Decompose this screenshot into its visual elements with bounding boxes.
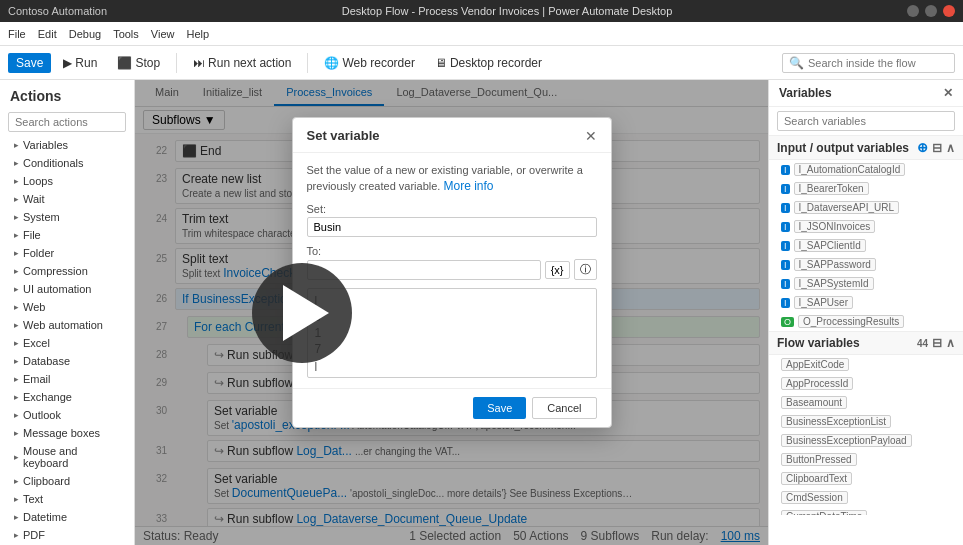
action-item-datetime[interactable]: ▸ Datetime — [0, 508, 134, 526]
expand-icon: ▸ — [14, 230, 19, 240]
var-option[interactable]: 7 — [312, 341, 592, 357]
var-item-app-process-id[interactable]: AppProcessId — [769, 374, 963, 393]
var-item-button-pressed[interactable]: ButtonPressed — [769, 450, 963, 469]
minimize-button[interactable] — [907, 5, 919, 17]
action-item-clipboard[interactable]: ▸ Clipboard — [0, 472, 134, 490]
play-icon — [283, 285, 329, 341]
menu-edit[interactable]: Edit — [38, 28, 57, 40]
more-info-link[interactable]: More info — [443, 179, 493, 193]
window-controls — [907, 5, 955, 17]
expand-icon: ▸ — [14, 140, 19, 150]
var-option[interactable]: l — [312, 359, 592, 375]
var-item-automation-catalog[interactable]: II_AutomationCatalogId — [769, 160, 963, 179]
dialog-cancel-button[interactable]: Cancel — [532, 397, 596, 419]
io-filter-icon[interactable]: ⊟ — [932, 141, 942, 155]
expand-icon: ▸ — [14, 248, 19, 258]
action-item-exchange[interactable]: ▸ Exchange — [0, 388, 134, 406]
dialog-header: Set variable ✕ — [293, 118, 611, 153]
var-item-cmd-session[interactable]: CmdSession — [769, 488, 963, 507]
var-option[interactable]: l — [312, 293, 592, 309]
web-recorder-button[interactable]: 🌐 Web recorder — [316, 53, 422, 73]
flow-collapse-icon[interactable]: ∧ — [946, 336, 955, 350]
var-item-app-exit-code[interactable]: AppExitCode — [769, 355, 963, 374]
var-item-current-datetime[interactable]: CurrentDateTime — [769, 507, 963, 515]
action-item-excel[interactable]: ▸ Excel — [0, 334, 134, 352]
action-item-email[interactable]: ▸ Email — [0, 370, 134, 388]
set-variable-input[interactable] — [307, 217, 597, 237]
to-variable-info[interactable]: ⓘ — [574, 259, 597, 280]
toolbar: Save ▶ Run ⬛ Stop ⏭ Run next action 🌐 We… — [0, 46, 963, 80]
action-item-database[interactable]: ▸ Database — [0, 352, 134, 370]
menu-tools[interactable]: Tools — [113, 28, 139, 40]
desktop-recorder-button[interactable]: 🖥 Desktop recorder — [427, 53, 550, 73]
var-option[interactable]: pm — [312, 375, 592, 378]
stop-button[interactable]: ⬛ Stop — [109, 53, 168, 73]
run-next-icon: ⏭ — [193, 56, 205, 70]
action-item-mouse-keyboard[interactable]: ▸ Mouse and keyboard — [0, 442, 134, 472]
var-option[interactable]: 1 — [312, 325, 592, 341]
save-button[interactable]: Save — [8, 53, 51, 73]
var-item-sap-user[interactable]: II_SAPUser — [769, 293, 963, 312]
play-button[interactable] — [252, 263, 352, 363]
action-item-text[interactable]: ▸ Text — [0, 490, 134, 508]
action-item-web-automation[interactable]: ▸ Web automation — [0, 316, 134, 334]
var-option[interactable]: s — [312, 309, 592, 325]
close-button[interactable] — [943, 5, 955, 17]
var-item-business-exception-payload[interactable]: BusinessExceptionPayload — [769, 431, 963, 450]
action-item-ui-automation[interactable]: ▸ UI automation — [0, 280, 134, 298]
action-item-folder[interactable]: ▸ Folder — [0, 244, 134, 262]
var-item-bearer-token[interactable]: II_BearerToken — [769, 179, 963, 198]
flow-search[interactable]: 🔍 — [782, 53, 955, 73]
action-item-system[interactable]: ▸ System — [0, 208, 134, 226]
action-item-outlook[interactable]: ▸ Outlook — [0, 406, 134, 424]
dialog-close-button[interactable]: ✕ — [585, 128, 597, 144]
menu-file[interactable]: File — [8, 28, 26, 40]
action-item-variables[interactable]: ▸ Variables — [0, 136, 134, 154]
menu-debug[interactable]: Debug — [69, 28, 101, 40]
variables-header: Variables ✕ — [769, 80, 963, 107]
var-item-sap-client[interactable]: II_SAPClientId — [769, 236, 963, 255]
dialog-title: Set variable — [307, 128, 380, 143]
run-button[interactable]: ▶ Run — [55, 53, 105, 73]
io-collapse-icon[interactable]: ∧ — [946, 141, 955, 155]
variables-search-input[interactable] — [777, 111, 955, 131]
expand-icon: ▸ — [14, 428, 19, 438]
var-item-json-invoices[interactable]: II_JSONInvoices — [769, 217, 963, 236]
run-next-button[interactable]: ⏭ Run next action — [185, 53, 299, 73]
var-item-business-exception-list[interactable]: BusinessExceptionList — [769, 412, 963, 431]
variables-close-icon[interactable]: ✕ — [943, 86, 953, 100]
action-item-conditionals[interactable]: ▸ Conditionals — [0, 154, 134, 172]
expand-icon: ▸ — [14, 356, 19, 366]
var-item-baseamount[interactable]: Baseamount — [769, 393, 963, 412]
flow-search-input[interactable] — [808, 57, 948, 69]
set-field-row — [307, 217, 597, 237]
var-item-processing-results[interactable]: OO_ProcessingResults — [769, 312, 963, 331]
flow-label: Flow variables — [777, 336, 860, 350]
action-item-wait[interactable]: ▸ Wait — [0, 190, 134, 208]
title-bar: Contoso Automation Desktop Flow - Proces… — [0, 0, 963, 22]
dialog-save-button[interactable]: Save — [473, 397, 526, 419]
var-item-sap-password[interactable]: II_SAPPassword — [769, 255, 963, 274]
expand-icon: ▸ — [14, 212, 19, 222]
action-item-loops[interactable]: ▸ Loops — [0, 172, 134, 190]
web-icon: 🌐 — [324, 56, 339, 70]
action-item-web[interactable]: ▸ Web — [0, 298, 134, 316]
stop-icon: ⬛ — [117, 56, 132, 70]
action-item-file[interactable]: ▸ File — [0, 226, 134, 244]
action-item-message-boxes[interactable]: ▸ Message boxes — [0, 424, 134, 442]
expand-icon: ▸ — [14, 410, 19, 420]
expand-icon: ▸ — [14, 320, 19, 330]
menu-help[interactable]: Help — [186, 28, 209, 40]
action-item-pdf[interactable]: ▸ PDF — [0, 526, 134, 544]
menu-view[interactable]: View — [151, 28, 175, 40]
maximize-button[interactable] — [925, 5, 937, 17]
var-item-sap-system[interactable]: II_SAPSystemId — [769, 274, 963, 293]
action-item-compression[interactable]: ▸ Compression — [0, 262, 134, 280]
var-item-dataverse-url[interactable]: II_DataverseAPI_URL — [769, 198, 963, 217]
io-add-icon[interactable]: ⊕ — [917, 140, 928, 155]
actions-search-input[interactable] — [8, 112, 126, 132]
var-item-clipboard-text[interactable]: ClipboardText — [769, 469, 963, 488]
title-bar-text: Desktop Flow - Process Vendor Invoices |… — [107, 5, 907, 17]
flow-filter-icon[interactable]: ⊟ — [932, 336, 942, 350]
to-variable-picker[interactable]: {x} — [545, 261, 570, 279]
